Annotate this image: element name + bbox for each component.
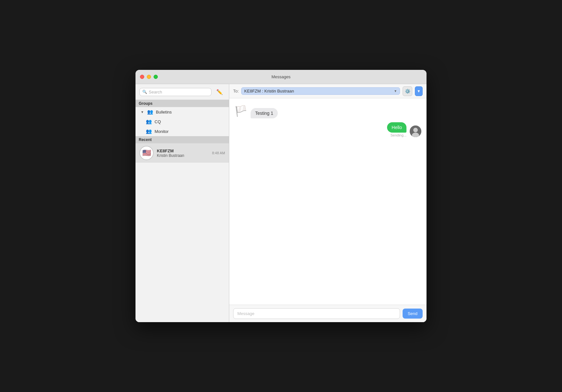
group-icon-cq: 👥 bbox=[146, 119, 152, 125]
close-button[interactable] bbox=[140, 75, 144, 79]
group-item-monitor[interactable]: 👥 Monitor bbox=[135, 126, 229, 136]
sidebar-top: 🔍 ✏️ bbox=[135, 84, 229, 100]
recipient-dropdown-icon: ▼ bbox=[394, 89, 397, 93]
gear-button[interactable]: ⚙️ bbox=[403, 86, 412, 96]
compose-button[interactable]: ✏️ bbox=[214, 87, 225, 96]
recent-callsign: KE8FZM bbox=[157, 148, 209, 153]
traffic-lights bbox=[140, 75, 158, 79]
recipient-field[interactable]: KE8FZM : Kristin Bustraan ▼ bbox=[241, 87, 400, 95]
group-item-cq[interactable]: 👥 CQ bbox=[135, 117, 229, 126]
expand-arrow-icon: ▼ bbox=[141, 110, 144, 114]
input-bar: Send bbox=[229, 305, 427, 322]
recipient-text: KE8FZM : Kristin Bustraan bbox=[244, 89, 294, 93]
app-body: 🔍 ✏️ Groups ▼ 👥 Bulletins 👥 CQ 👥 bbox=[135, 84, 427, 322]
group-icon: 👥 bbox=[147, 109, 153, 115]
group-icon-monitor: 👥 bbox=[146, 128, 152, 134]
minimize-button[interactable] bbox=[147, 75, 151, 79]
groups-header: Groups bbox=[135, 100, 229, 107]
recent-time: 8:48 AM bbox=[212, 151, 225, 155]
bubble-wrap: Hello Sending... bbox=[387, 122, 406, 137]
window-title: Messages bbox=[271, 74, 290, 79]
message-input[interactable] bbox=[233, 308, 400, 319]
flag-icon: 🏳️ bbox=[234, 105, 247, 117]
app-window: Messages 🔍 ✏️ Groups ▼ 👥 Bulletins bbox=[135, 70, 427, 322]
messages-area: 🏳️ Testing 1 Hello Sending... bbox=[229, 98, 427, 305]
bubble-outgoing: Hello bbox=[387, 122, 406, 133]
recent-header: Recent bbox=[135, 136, 229, 143]
svg-point-1 bbox=[413, 128, 418, 132]
message-row-outgoing: Hello Sending... bbox=[234, 122, 421, 137]
send-button[interactable]: Send bbox=[403, 309, 423, 319]
search-input[interactable] bbox=[149, 90, 209, 94]
recent-item[interactable]: 🇺🇸 KE8FZM Kristin Bustraan 8:48 AM bbox=[135, 143, 229, 163]
search-box: 🔍 bbox=[139, 88, 211, 96]
bubble-incoming: Testing 1 bbox=[251, 108, 278, 118]
message-row-incoming: 🏳️ Testing 1 bbox=[234, 105, 421, 118]
recent-info: KE8FZM Kristin Bustraan bbox=[157, 148, 209, 158]
outgoing-avatar bbox=[410, 125, 421, 137]
expand-button[interactable]: ▼ bbox=[415, 86, 423, 96]
group-label-cq: CQ bbox=[155, 119, 161, 124]
compose-icon: ✏️ bbox=[216, 89, 223, 95]
recent-name: Kristin Bustraan bbox=[157, 153, 209, 158]
avatar: 🇺🇸 bbox=[139, 146, 154, 160]
sidebar: 🔍 ✏️ Groups ▼ 👥 Bulletins 👥 CQ 👥 bbox=[135, 84, 229, 322]
chat-header: To: KE8FZM : Kristin Bustraan ▼ ⚙️ ▼ bbox=[229, 84, 427, 98]
titlebar: Messages bbox=[135, 70, 427, 84]
group-label-monitor: Monitor bbox=[155, 129, 168, 134]
sending-status: Sending... bbox=[390, 133, 406, 137]
chat-area: To: KE8FZM : Kristin Bustraan ▼ ⚙️ ▼ 🏳️ … bbox=[229, 84, 427, 322]
search-icon: 🔍 bbox=[142, 90, 147, 94]
chevron-down-icon: ▼ bbox=[417, 89, 421, 93]
group-item-bulletins[interactable]: ▼ 👥 Bulletins bbox=[135, 107, 229, 117]
group-label: Bulletins bbox=[156, 110, 172, 114]
to-label: To: bbox=[233, 89, 239, 93]
gear-icon: ⚙️ bbox=[405, 89, 410, 94]
maximize-button[interactable] bbox=[154, 75, 158, 79]
